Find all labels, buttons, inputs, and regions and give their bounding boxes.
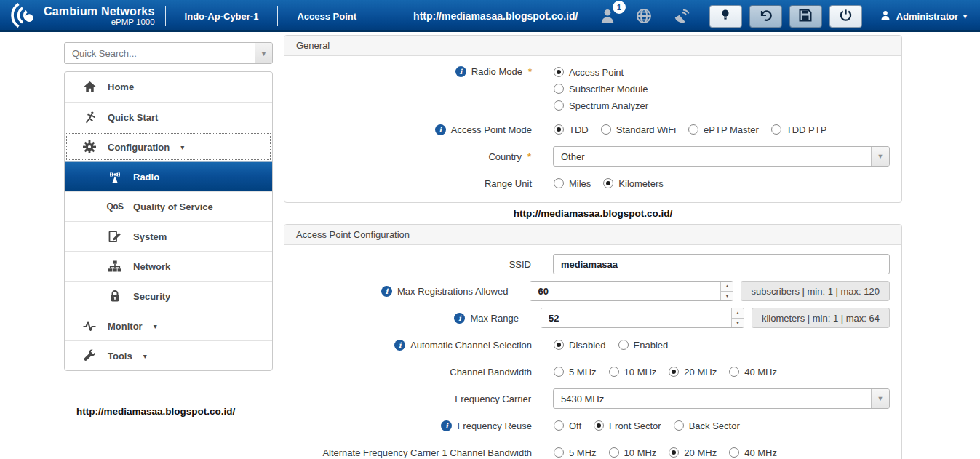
radio-option[interactable]: TDD [554, 122, 589, 137]
info-icon[interactable]: i [455, 66, 466, 77]
option-label: 5 MHz [569, 367, 597, 378]
sidebar-item-network[interactable]: Network [65, 251, 272, 281]
info-icon[interactable]: i [454, 313, 465, 324]
info-icon[interactable]: i [381, 286, 392, 297]
radio-option[interactable]: Front Sector [594, 418, 661, 433]
radio-option[interactable]: Spectrum Analyzer [554, 98, 648, 113]
row-automatic-channel-selection: i Automatic Channel Selection Disabled E… [284, 335, 890, 355]
radio-option[interactable]: 20 MHz [669, 364, 717, 379]
max-registrations-stepper: ▲ ▼ [530, 281, 733, 301]
sidebar-item-security[interactable]: Security [65, 281, 272, 311]
radio-option[interactable]: 10 MHz [609, 445, 657, 459]
radio-button [618, 340, 629, 350]
header-url-watermark: http://mediamasaa.blogspot.co.id/ [413, 10, 578, 22]
info-icon[interactable]: i [441, 420, 452, 431]
country-select[interactable]: Other ▼ [553, 146, 890, 167]
radio-button [603, 178, 613, 188]
dropdown-arrow-button[interactable]: ▼ [871, 389, 889, 408]
max-range-stepper: ▲ ▼ [541, 308, 744, 328]
row-radio-mode: i Radio Mode * Access Point Subscriber M… [284, 65, 890, 113]
row-alt-frequency-carrier-1-bandwidth: Alternate Frequency Carrier 1 Channel Ba… [284, 442, 890, 459]
radio-option[interactable]: 40 MHz [729, 445, 777, 459]
option-label: Spectrum Analyzer [569, 100, 648, 111]
option-label: ePTP Master [704, 124, 759, 135]
radio-button [674, 420, 684, 431]
radio-option[interactable]: Kilometers [603, 176, 663, 191]
field-label: SSID [509, 259, 531, 270]
radio-option[interactable]: ePTP Master [688, 122, 759, 137]
radio-option[interactable]: Disabled [554, 338, 606, 352]
info-icon[interactable]: i [394, 340, 405, 351]
radio-option[interactable]: TDD PTP [771, 122, 827, 137]
option-label: Kilometers [618, 178, 663, 189]
spinner-up-button[interactable]: ▲ [732, 308, 744, 319]
radio-button [609, 367, 619, 377]
radio-option[interactable]: Subscriber Module [554, 81, 648, 96]
radio-option[interactable]: 5 MHz [554, 364, 597, 379]
info-icon[interactable]: i [435, 124, 446, 135]
sidebar-item-radio[interactable]: Radio [65, 161, 272, 191]
radio-button [554, 420, 564, 431]
device-mode: Access Point [278, 11, 375, 22]
field-label: Automatic Channel Selection [410, 340, 532, 351]
sidebar-item-quick-start[interactable]: Quick Start [65, 102, 272, 132]
radio-option[interactable]: 10 MHz [609, 364, 657, 379]
radio-option[interactable]: Back Sector [674, 418, 740, 433]
radio-button [771, 124, 781, 135]
sidebar-item-label: Quality of Service [133, 201, 213, 212]
spinner-down-button[interactable]: ▼ [732, 319, 744, 328]
radio-button [554, 100, 564, 111]
max-registrations-input[interactable] [530, 282, 720, 300]
brand-name: Cambium Networks [44, 6, 155, 18]
option-label: 5 MHz [569, 447, 597, 458]
sidebar-item-home[interactable]: Home [65, 72, 272, 102]
frequency-carrier-select[interactable]: 5430 MHz ▼ [553, 388, 890, 409]
dropdown-arrow-button[interactable]: ▼ [871, 147, 889, 166]
option-label: Standard WiFi [616, 124, 676, 135]
field-label: Alternate Frequency Carrier 1 Channel Ba… [322, 447, 532, 458]
radio-option[interactable]: Access Point [554, 65, 624, 79]
row-country: Country * Other ▼ [284, 146, 890, 167]
row-max-registrations: i Max Registrations Allowed ▲ ▼ subscrib… [284, 281, 890, 301]
sidebar-item-tools[interactable]: Tools ▾ [65, 340, 272, 370]
ssid-input[interactable] [553, 254, 890, 274]
field-label: Max Range [470, 313, 518, 324]
quick-search-input[interactable] [65, 43, 255, 63]
required-marker: * [527, 151, 531, 162]
undo-icon [758, 8, 773, 25]
radio-button [554, 84, 564, 94]
option-label: 10 MHz [624, 447, 657, 458]
hint-tooltips-button[interactable] [709, 5, 742, 28]
max-range-input[interactable] [541, 308, 731, 327]
quick-search-dropdown-button[interactable]: ▼ [255, 43, 272, 63]
sidebar-item-quality-of-service[interactable]: QoS Quality of Service [65, 191, 272, 221]
power-reboot-button[interactable] [829, 5, 862, 28]
quick-start-icon [81, 111, 98, 124]
radio-button [554, 178, 564, 188]
radio-option[interactable]: Miles [554, 176, 591, 191]
spinner-down-button[interactable]: ▼ [721, 292, 733, 301]
spinner-up-button[interactable]: ▲ [721, 282, 733, 292]
radio-option[interactable]: 5 MHz [554, 445, 597, 459]
lightbulb-icon [719, 8, 732, 25]
user-name: Administrator [896, 11, 958, 22]
sidebar-item-configuration[interactable]: Configuration ▾ [65, 132, 272, 161]
radio-option[interactable]: Standard WiFi [601, 122, 676, 137]
row-access-point-mode: i Access Point Mode TDD Standard WiFi [284, 119, 890, 140]
radio-button [554, 367, 564, 377]
option-label: Back Sector [689, 420, 740, 431]
radio-button [554, 340, 564, 350]
radio-option[interactable]: 40 MHz [729, 364, 777, 379]
row-frequency-reuse: i Frequency Reuse Off Front Sector [284, 415, 890, 436]
field-label: Radio Mode [471, 66, 522, 77]
user-menu[interactable]: Administrator ▾ [880, 9, 967, 23]
save-button[interactable] [789, 5, 822, 28]
undo-button[interactable] [749, 5, 782, 28]
sidebar-item-system[interactable]: System [65, 221, 272, 251]
radio-option[interactable]: Off [554, 418, 581, 433]
sidebar-item-monitor[interactable]: Monitor ▾ [65, 311, 272, 340]
chevron-down-icon: ▼ [260, 49, 268, 57]
radio-option[interactable]: 20 MHz [669, 445, 717, 459]
connected-users-indicator[interactable]: 1 [599, 7, 616, 25]
radio-option[interactable]: Enabled [618, 338, 669, 352]
